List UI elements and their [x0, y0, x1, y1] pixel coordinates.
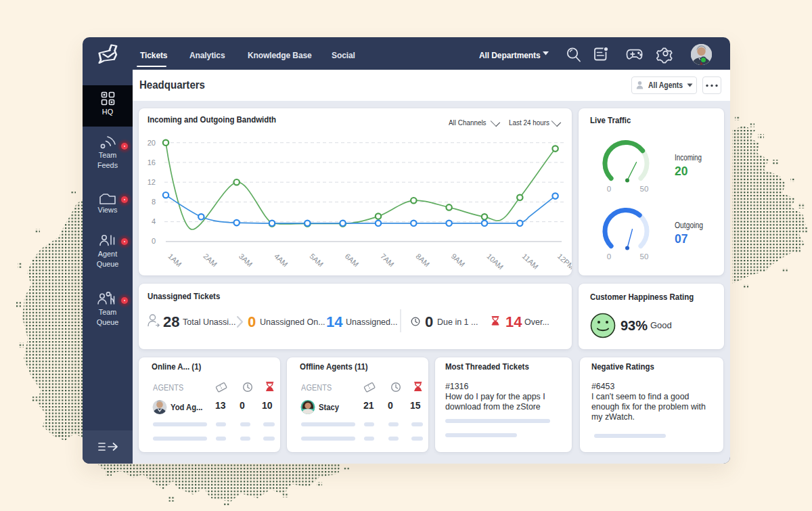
- svg-text:14: 14: [505, 313, 522, 330]
- svg-text:Unassigned...: Unassigned...: [346, 317, 397, 327]
- svg-text:12PM: 12PM: [556, 252, 572, 271]
- svg-text:Total Unassi...: Total Unassi...: [183, 317, 236, 327]
- svg-text:All Agents: All Agents: [648, 81, 683, 90]
- svg-text:Unassigned On...: Unassigned On...: [260, 317, 325, 327]
- svg-text:0: 0: [248, 313, 256, 330]
- svg-text:10AM: 10AM: [485, 252, 505, 271]
- svg-text:50: 50: [640, 252, 649, 261]
- svg-text:Outgoing: Outgoing: [675, 221, 703, 230]
- svg-text:20: 20: [675, 164, 688, 178]
- svg-text:3AM: 3AM: [238, 252, 254, 268]
- svg-text:12: 12: [148, 178, 156, 186]
- svg-text:28: 28: [163, 313, 179, 330]
- svg-text:93%: 93%: [621, 318, 648, 333]
- svg-text:9AM: 9AM: [450, 252, 467, 268]
- svg-text:11AM: 11AM: [520, 252, 540, 271]
- svg-text:Due in 1 ...: Due in 1 ...: [437, 317, 478, 327]
- svg-text:7AM: 7AM: [379, 252, 396, 268]
- svg-text:8: 8: [152, 198, 156, 206]
- svg-text:2AM: 2AM: [202, 252, 219, 268]
- svg-text:4AM: 4AM: [273, 252, 290, 268]
- svg-text:14: 14: [326, 313, 343, 330]
- svg-text:1AM: 1AM: [166, 252, 183, 268]
- svg-text:8AM: 8AM: [414, 252, 431, 268]
- svg-text:50: 50: [640, 185, 649, 193]
- svg-text:0: 0: [152, 237, 156, 245]
- svg-text:6AM: 6AM: [344, 252, 361, 268]
- svg-text:20: 20: [148, 139, 156, 147]
- svg-text:0: 0: [425, 313, 433, 330]
- svg-text:Incoming: Incoming: [675, 153, 702, 162]
- svg-text:07: 07: [675, 232, 687, 246]
- svg-text:0: 0: [607, 252, 611, 261]
- svg-text:4: 4: [152, 217, 156, 225]
- svg-text:5AM: 5AM: [308, 252, 325, 268]
- svg-text:0: 0: [607, 185, 611, 193]
- svg-text:16: 16: [148, 158, 156, 166]
- svg-text:Over...: Over...: [524, 317, 549, 327]
- svg-text:Good: Good: [650, 320, 672, 330]
